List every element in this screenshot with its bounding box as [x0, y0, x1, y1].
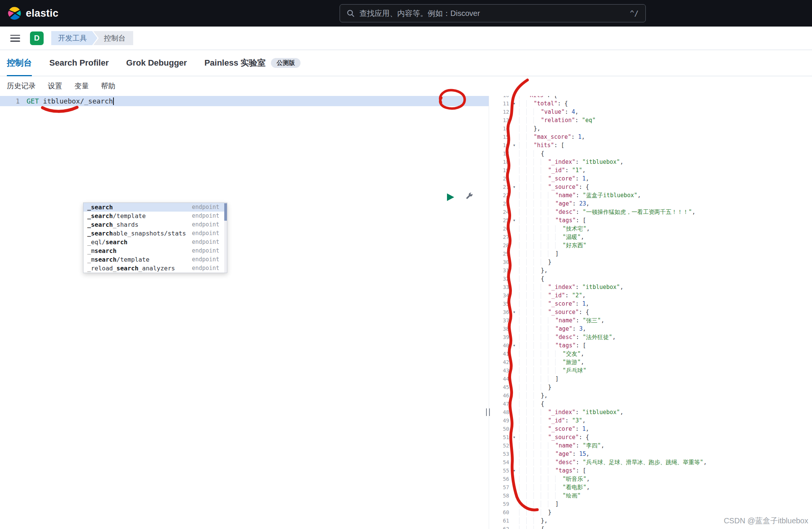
- response-output[interactable]: 10 "hits": {11▾ "total": {12 "value": 4,…: [499, 96, 812, 529]
- line-number: 44: [499, 375, 509, 383]
- console-menu-variables[interactable]: 变量: [74, 81, 89, 91]
- global-search-input[interactable]: 查找应用、内容等。例如：Discover ^/: [340, 4, 646, 22]
- output-line: 18 "_index": "itbluebox",: [499, 158, 812, 166]
- output-line: 42 "旅游",: [499, 358, 812, 366]
- keyboard-shortcut-hint: ^/: [630, 9, 639, 17]
- elastic-home-link[interactable]: elastic: [8, 6, 58, 20]
- json-code: "desc": "法外狂徒",: [519, 333, 616, 341]
- line-number: 23: [499, 199, 509, 208]
- tab-search-profiler[interactable]: Search Profiler: [49, 50, 109, 76]
- breadcrumb-dev-tools[interactable]: 开发工具: [51, 31, 98, 45]
- line-number: 35: [499, 300, 509, 308]
- fold-caret-empty: [509, 108, 519, 116]
- dev-tools-tabs: 控制台Search ProfilerGrok DebuggerPainless …: [0, 50, 812, 76]
- json-code: "desc": "一顿操作猛如虎，一看工资两千五！！！",: [519, 208, 696, 216]
- fold-caret-empty: [509, 291, 519, 300]
- json-code: },: [519, 124, 540, 133]
- autocomplete-item-reload-search-analyzers[interactable]: _reload_search_analyzersendpoint: [83, 264, 227, 273]
- autocomplete-meta: endpoint: [192, 255, 219, 264]
- fold-caret-icon[interactable]: ▾: [509, 141, 519, 149]
- json-code: "max_score": 1,: [519, 133, 585, 141]
- search-icon: [347, 9, 355, 17]
- fold-caret-icon[interactable]: ▾: [509, 433, 519, 441]
- output-line: 25▾ "tags": [: [499, 216, 812, 224]
- line-number: 60: [499, 508, 509, 516]
- fold-caret-icon[interactable]: ▾: [509, 466, 519, 475]
- fold-caret-icon[interactable]: ▾: [509, 183, 519, 191]
- autocomplete-item-msearch-template[interactable]: _msearch/templateendpoint: [83, 255, 227, 264]
- autocomplete-item-search[interactable]: _searchendpoint: [83, 203, 227, 212]
- json-code: "value": 4,: [519, 108, 579, 116]
- autocomplete-meta: endpoint: [192, 246, 219, 255]
- fold-caret-icon[interactable]: ▾: [509, 216, 519, 224]
- wrench-icon[interactable]: [465, 192, 474, 202]
- autocomplete-scrollbar[interactable]: [224, 203, 227, 273]
- output-line: 33 "_index": "itbluebox",: [499, 283, 812, 291]
- json-code: "_source": {: [519, 433, 589, 441]
- autocomplete-meta: endpoint: [192, 238, 219, 246]
- console-menu-help[interactable]: 帮助: [101, 81, 115, 91]
- editor-active-line[interactable]: 1 GET itbluebox/_search: [0, 96, 489, 106]
- fold-caret-empty: [509, 96, 519, 99]
- fold-caret-empty: [509, 441, 519, 450]
- tab-painless-lab[interactable]: Painless 实验室公测版: [205, 50, 301, 76]
- json-code: }: [519, 508, 551, 516]
- json-code: "age": 15,: [519, 450, 590, 458]
- menu-button[interactable]: [10, 35, 20, 42]
- json-code: "name": "蓝盒子itbluebox",: [519, 191, 641, 199]
- output-line: 56 "听音乐",: [499, 475, 812, 483]
- autocomplete-item-search-template[interactable]: _search/templateendpoint: [83, 212, 227, 220]
- autocomplete-item-searchable-snapshots-stats[interactable]: _searchable_snapshots/statsendpoint: [83, 229, 227, 238]
- tab-label: 控制台: [7, 57, 32, 69]
- fold-caret-icon[interactable]: ▾: [509, 341, 519, 350]
- line-number: 21: [499, 183, 509, 191]
- json-code: "_source": {: [519, 308, 589, 316]
- fold-caret-icon[interactable]: ▾: [509, 99, 519, 108]
- line-number: 16: [499, 141, 509, 149]
- autocomplete-label: _search_shards: [87, 220, 138, 229]
- line-number: 47: [499, 400, 509, 408]
- fold-caret-empty: [509, 283, 519, 291]
- output-line: 47 {: [499, 400, 812, 408]
- line-number: 58: [499, 491, 509, 500]
- breadcrumb-bar: D 开发工具控制台: [0, 27, 812, 50]
- tab-label: Grok Debugger: [126, 58, 187, 68]
- search-placeholder: 查找应用、内容等。例如：Discover: [359, 8, 630, 19]
- space-avatar[interactable]: D: [30, 31, 44, 45]
- output-line: 11▾ "total": {: [499, 99, 812, 108]
- json-code: "hits": [: [519, 141, 564, 149]
- output-line: 58 "绘画": [499, 491, 812, 500]
- json-code: "_id": "2",: [519, 291, 586, 300]
- tab-console[interactable]: 控制台: [7, 50, 32, 76]
- panel-resizer[interactable]: [486, 408, 490, 416]
- logo-text: elastic: [26, 8, 58, 19]
- autocomplete-item-msearch[interactable]: _msearchendpoint: [83, 246, 227, 255]
- output-line: 38 "age": 3,: [499, 325, 812, 333]
- json-code: {: [519, 525, 544, 529]
- line-number: 32: [499, 275, 509, 283]
- console-menu-settings[interactable]: 设置: [48, 81, 62, 91]
- line-number: 25: [499, 216, 509, 224]
- console-menu-history[interactable]: 历史记录: [7, 81, 36, 91]
- fold-caret-empty: [509, 275, 519, 283]
- fold-caret-empty: [509, 325, 519, 333]
- json-code: "age": 3,: [519, 325, 586, 333]
- request-editor[interactable]: 1 GET itbluebox/_search _searchendpoint_…: [0, 96, 489, 529]
- autocomplete-item-search-shards[interactable]: _search_shardsendpoint: [83, 220, 227, 229]
- json-code: "_score": 1,: [519, 300, 589, 308]
- breadcrumb-console[interactable]: 控制台: [93, 31, 133, 45]
- fold-caret-empty: [509, 383, 519, 391]
- tab-grok-debugger[interactable]: Grok Debugger: [126, 50, 187, 76]
- output-line: 24 "desc": "一顿操作猛如虎，一看工资两千五！！！",: [499, 208, 812, 216]
- line-number: 39: [499, 333, 509, 341]
- fold-caret-icon[interactable]: ▾: [509, 308, 519, 316]
- send-request-button[interactable]: [447, 193, 454, 201]
- line-number: 19: [499, 166, 509, 174]
- editor-line-number: 1: [0, 96, 27, 106]
- autocomplete-item-eql-search[interactable]: _eql/searchendpoint: [83, 238, 227, 246]
- json-code: "tags": [: [519, 216, 586, 224]
- output-line: 53 "age": 15,: [499, 450, 812, 458]
- line-number: 18: [499, 158, 509, 166]
- output-line: 27 "温暖",: [499, 233, 812, 241]
- line-number: 11: [499, 99, 509, 108]
